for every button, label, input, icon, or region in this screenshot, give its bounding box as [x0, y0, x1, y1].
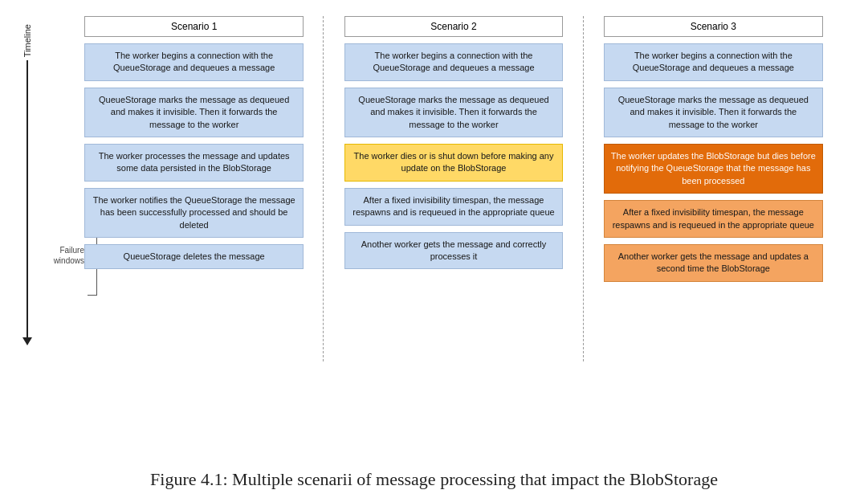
scenarios-container: Scenario 1The worker begins a connection…: [64, 16, 843, 282]
scenario-1-step-1: The worker begins a connection with the …: [84, 43, 304, 81]
figure-caption: Figure 4.1: Multiple scenarii of message…: [0, 469, 868, 490]
scenario-2-step-3: The worker dies or is shut down before m…: [344, 144, 564, 182]
timeline-line: [26, 60, 28, 337]
scenario-1-step-5: QueueStorage deletes the message: [84, 244, 304, 269]
scenario-header-3: Scenario 3: [604, 16, 823, 37]
timeline-arrow-icon: [22, 337, 32, 345]
scenario-col-2: Scenario 2The worker begins a connection…: [324, 16, 583, 282]
scenario-2-step-2: QueueStorage marks the message as dequeu…: [344, 88, 564, 137]
scenario-header-2: Scenario 2: [344, 16, 564, 37]
scenario-3-step-1: The worker begins a connection with the …: [604, 43, 823, 81]
scenario-3-step-2: QueueStorage marks the message as dequeu…: [604, 88, 823, 137]
scenario-col-1: Scenario 1The worker begins a connection…: [64, 16, 324, 282]
scenario-header-1: Scenario 1: [84, 16, 304, 37]
scenario-3-step-3: The worker updates the BlobStorage but d…: [604, 144, 823, 194]
scenario-2-step-5: Another worker gets the message and corr…: [344, 232, 564, 270]
diagram-area: Timeline Failure windows Scenario 1The w…: [0, 0, 868, 378]
scenario-2-step-1: The worker begins a connection with the …: [344, 43, 564, 81]
scenario-col-3: Scenario 3The worker begins a connection…: [584, 16, 843, 282]
scenario-1-step-4: The worker notifies the QueueStorage the…: [84, 188, 304, 238]
timeline-container: Timeline: [22, 24, 32, 345]
scenario-2-step-4: After a fixed invisibility timespan, the…: [344, 188, 564, 226]
scenario-3-step-5: Another worker gets the message and upda…: [604, 244, 823, 282]
timeline-label: Timeline: [22, 24, 32, 57]
scenario-1-step-3: The worker processes the message and upd…: [84, 144, 304, 182]
scenario-1-step-2: QueueStorage marks the message as dequeu…: [84, 88, 304, 137]
scenario-3-step-4: After a fixed invisibility timespan, the…: [604, 200, 823, 238]
